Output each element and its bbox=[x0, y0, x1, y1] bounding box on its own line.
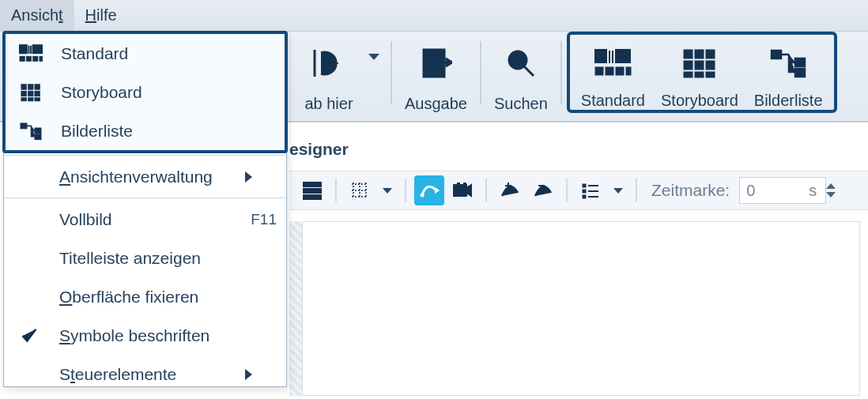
imagelist-view-icon bbox=[15, 121, 47, 141]
menu-bar: Ansicht Hilfe bbox=[0, 0, 868, 32]
curve-add-button[interactable] bbox=[495, 175, 525, 205]
toolbar-separator bbox=[480, 41, 481, 104]
svg-rect-17 bbox=[795, 58, 805, 66]
play-from-here-button[interactable]: ab hier bbox=[289, 32, 368, 113]
play-from-here-icon bbox=[310, 35, 348, 92]
search-label: Suchen bbox=[494, 95, 548, 113]
document-tab[interactable]: esigner bbox=[289, 133, 349, 166]
output-button[interactable]: Ausgabe bbox=[397, 32, 475, 113]
list-dropdown-caret[interactable] bbox=[613, 188, 623, 194]
svg-rect-6 bbox=[626, 67, 631, 75]
rows-button[interactable] bbox=[297, 175, 327, 205]
menu-item-label: Vollbild bbox=[59, 210, 231, 229]
menu-item-standard[interactable]: Standard bbox=[6, 34, 285, 73]
svg-rect-4 bbox=[606, 67, 613, 75]
menu-view-label: Ansicht bbox=[11, 6, 63, 24]
standard-view-button[interactable]: Standard bbox=[573, 35, 653, 110]
storyboard-view-icon bbox=[681, 38, 718, 88]
svg-rect-40 bbox=[35, 97, 40, 100]
svg-rect-26 bbox=[583, 195, 586, 198]
imagelist-view-button[interactable]: Bilderliste bbox=[746, 35, 831, 110]
svg-rect-34 bbox=[35, 84, 40, 89]
menu-view[interactable]: Ansicht bbox=[0, 0, 74, 31]
svg-rect-31 bbox=[40, 56, 43, 61]
storyboard-view-icon bbox=[15, 82, 47, 103]
svg-rect-33 bbox=[28, 84, 33, 89]
curve-remove-button[interactable] bbox=[528, 175, 558, 205]
grid-snap-button[interactable] bbox=[345, 175, 375, 205]
canvas-area[interactable] bbox=[302, 221, 860, 396]
svg-point-1 bbox=[509, 51, 526, 69]
toolbar-separator bbox=[636, 179, 637, 202]
svg-rect-25 bbox=[583, 190, 586, 193]
svg-rect-15 bbox=[706, 72, 715, 77]
menu-item-fullscreen[interactable]: Vollbild F11 bbox=[4, 200, 286, 239]
output-icon bbox=[419, 35, 452, 92]
play-from-here-label: ab hier bbox=[304, 95, 353, 113]
toolbar-separator bbox=[560, 41, 562, 104]
menu-help[interactable]: Hilfe bbox=[74, 0, 128, 31]
menu-item-storyboard[interactable]: Storyboard bbox=[6, 73, 285, 111]
svg-rect-8 bbox=[695, 50, 704, 58]
svg-rect-32 bbox=[21, 84, 27, 89]
menu-item-label: Ansichtenverwaltung bbox=[59, 168, 231, 186]
timemark-label: Zeitmarke: bbox=[651, 181, 730, 200]
play-dropdown-caret[interactable] bbox=[368, 54, 379, 60]
menu-item-view-management[interactable]: Ansichtenverwaltung bbox=[4, 157, 286, 196]
svg-rect-43 bbox=[35, 134, 40, 139]
check-icon bbox=[13, 327, 45, 344]
storyboard-view-label: Storyboard bbox=[661, 92, 738, 110]
document-tab-label: esigner bbox=[289, 140, 349, 159]
svg-rect-41 bbox=[21, 123, 26, 128]
svg-rect-24 bbox=[583, 184, 586, 187]
view-mode-group: Standard Storyboard Bilderl bbox=[567, 32, 837, 113]
svg-rect-11 bbox=[695, 61, 704, 70]
menu-item-label: Standard bbox=[61, 44, 229, 63]
svg-rect-20 bbox=[304, 189, 321, 193]
svg-rect-7 bbox=[684, 50, 693, 58]
svg-rect-42 bbox=[35, 128, 40, 133]
svg-rect-29 bbox=[26, 56, 31, 61]
svg-rect-35 bbox=[21, 91, 27, 96]
svg-rect-37 bbox=[35, 91, 40, 96]
standard-view-label: Standard bbox=[581, 92, 645, 110]
output-label: Ausgabe bbox=[405, 95, 467, 113]
storyboard-view-button[interactable]: Storyboard bbox=[653, 35, 746, 110]
svg-rect-13 bbox=[684, 72, 693, 77]
menu-item-label: Steuerelemente bbox=[59, 365, 231, 384]
list-options-button[interactable] bbox=[576, 175, 606, 205]
svg-rect-14 bbox=[695, 72, 704, 77]
submenu-arrow-icon bbox=[245, 369, 252, 380]
svg-rect-28 bbox=[20, 56, 25, 61]
svg-rect-36 bbox=[28, 91, 33, 96]
menu-item-show-titlebar[interactable]: Titelleiste anzeigen bbox=[4, 239, 286, 277]
toolbar-separator bbox=[335, 179, 337, 202]
standard-view-icon bbox=[593, 38, 632, 88]
timemark-input[interactable] bbox=[739, 177, 826, 204]
toolbar-separator bbox=[566, 179, 568, 202]
svg-point-22 bbox=[421, 194, 425, 198]
submenu-arrow-icon bbox=[245, 171, 252, 183]
menu-help-label: Hilfe bbox=[85, 6, 117, 24]
svg-rect-9 bbox=[706, 50, 715, 58]
menu-item-imagelist[interactable]: Bilderliste bbox=[6, 111, 285, 150]
menu-item-label-icons[interactable]: Symbole beschriften bbox=[4, 316, 286, 355]
grid-dropdown-caret[interactable] bbox=[383, 188, 392, 194]
search-button[interactable]: Suchen bbox=[486, 32, 556, 113]
svg-rect-30 bbox=[33, 56, 38, 61]
svg-rect-5 bbox=[616, 67, 624, 75]
secondary-toolbar: Zeitmarke: s bbox=[289, 171, 868, 210]
menu-item-shortcut: F11 bbox=[245, 211, 277, 228]
menu-item-lock-surface[interactable]: Oberfläche fixieren bbox=[4, 277, 286, 316]
menu-item-label: Symbole beschriften bbox=[59, 326, 231, 345]
menu-item-controls[interactable]: Steuerelemente bbox=[4, 355, 286, 393]
camera-tool-button[interactable] bbox=[447, 175, 477, 205]
svg-rect-12 bbox=[706, 61, 715, 70]
svg-rect-3 bbox=[595, 67, 603, 75]
toolbar-separator bbox=[391, 41, 392, 104]
view-menu-dropdown: Standard Storyboard bbox=[3, 32, 287, 387]
canvas-ruler bbox=[289, 221, 302, 396]
path-tool-button[interactable] bbox=[414, 175, 444, 205]
svg-rect-39 bbox=[28, 97, 33, 100]
timemark-spinner[interactable] bbox=[826, 178, 839, 203]
